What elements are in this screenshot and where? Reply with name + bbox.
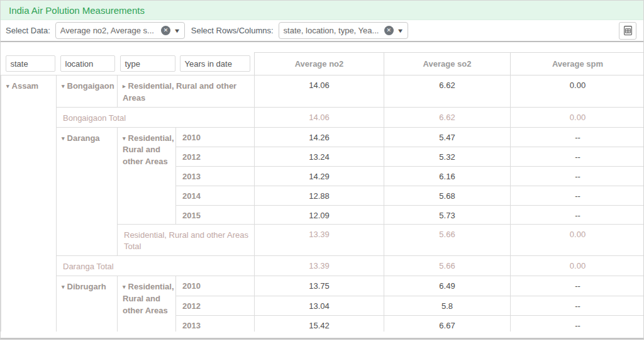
select-rows-columns-combobox[interactable]: state, location, type, Yea... ✕ ▼ xyxy=(279,22,408,39)
row-header-year[interactable]: 2010 xyxy=(176,276,255,296)
row-header-year[interactable]: 2014 xyxy=(176,186,255,205)
column-header-average-so2[interactable]: Average so2 xyxy=(384,53,511,75)
collapse-icon[interactable]: ▾ xyxy=(123,135,126,142)
total-label: Daranga Total xyxy=(57,256,255,276)
select-rows-columns-value: state, location, type, Yea... xyxy=(284,26,380,35)
collapse-icon[interactable]: ▾ xyxy=(62,284,65,290)
value-cell: -- xyxy=(511,147,644,166)
pivot-widget: India Air Polution Measurements Select D… xyxy=(0,0,644,340)
field-cell-state: state xyxy=(1,53,57,75)
select-data-label: Select Data: xyxy=(6,26,50,35)
row-label: Assam xyxy=(12,81,39,91)
total-row: Daranga Total 13.39 5.66 0.00 xyxy=(1,256,644,276)
collapse-icon[interactable]: ▾ xyxy=(6,83,9,89)
row-header-location-dibrugarh[interactable]: ▾Dibrugarh xyxy=(57,276,118,332)
value-cell: 13.39 xyxy=(255,224,384,256)
clear-icon[interactable]: ✕ xyxy=(384,26,394,35)
value-cell: 14.06 xyxy=(255,107,384,127)
table-row: ▾Assam ▾Bongaigaon ▸Residential, Rural a… xyxy=(1,75,644,108)
title-bar: India Air Polution Measurements xyxy=(1,1,643,20)
select-data-value: Average no2, Average s... xyxy=(60,26,157,35)
value-cell: 0.00 xyxy=(511,256,644,276)
toolbar: Select Data: Average no2, Average s... ✕… xyxy=(1,20,643,42)
value-cell: 0.00 xyxy=(511,75,644,108)
row-label: Daranga xyxy=(67,133,100,143)
table-row: ▾Daranga ▾Residential, Rural and other A… xyxy=(1,127,644,147)
row-header-location-bongaigaon[interactable]: ▾Bongaigaon xyxy=(57,75,118,108)
value-cell: 5.8 xyxy=(384,296,511,316)
export-xlsx-button[interactable] xyxy=(619,22,636,40)
row-label: Residential, Rural and other Areas xyxy=(123,282,174,315)
value-cell: 0.00 xyxy=(511,107,644,127)
value-cell: 13.04 xyxy=(255,296,384,316)
chevron-down-icon[interactable]: ▼ xyxy=(396,28,404,34)
value-cell: 0.00 xyxy=(511,224,644,256)
page-title: India Air Polution Measurements xyxy=(9,5,145,16)
value-cell: 12.88 xyxy=(255,186,384,205)
field-cell-years: Years in date xyxy=(176,53,255,75)
value-cell: 13.75 xyxy=(255,276,384,296)
row-header-year[interactable]: 2013 xyxy=(176,166,255,186)
value-cell: 5.66 xyxy=(384,256,511,276)
clear-glyph: ✕ xyxy=(386,28,391,33)
value-cell: 6.62 xyxy=(384,75,511,108)
column-header-average-spm[interactable]: Average spm xyxy=(511,53,644,75)
total-label: Residential, Rural and other Areas Total xyxy=(118,224,255,256)
select-rows-columns-label: Select Rows/Columns: xyxy=(191,26,274,35)
row-header-location-daranga[interactable]: ▾Daranga xyxy=(57,127,118,256)
row-label: Bongaigaon xyxy=(67,81,114,91)
pivot-table: state location type Years in date Averag… xyxy=(1,52,643,332)
value-cell: 6.16 xyxy=(384,166,511,186)
value-cell: -- xyxy=(511,186,644,205)
row-header-type[interactable]: ▾Residential, Rural and other Areas xyxy=(118,276,176,332)
value-cell: 5.32 xyxy=(384,147,511,166)
row-header-year[interactable]: 2010 xyxy=(176,127,255,147)
value-cell: -- xyxy=(511,316,644,332)
value-cell: 15.42 xyxy=(255,316,384,332)
value-cell: 14.26 xyxy=(255,127,384,147)
expand-icon[interactable]: ▸ xyxy=(123,83,126,89)
field-state[interactable]: state xyxy=(6,55,55,72)
value-cell: -- xyxy=(511,296,644,316)
clear-icon[interactable]: ✕ xyxy=(161,26,170,35)
value-cell: 13.24 xyxy=(255,147,384,166)
value-cell: 5.66 xyxy=(384,224,511,256)
row-label: Residential, Rural and other Areas xyxy=(123,133,174,167)
field-cell-location: location xyxy=(57,53,118,75)
value-cell: 6.49 xyxy=(384,276,511,296)
row-header-type[interactable]: ▸Residential, Rural and other Areas xyxy=(118,75,255,108)
value-cell: -- xyxy=(511,166,644,186)
field-header-row: state location type Years in date Averag… xyxy=(1,53,644,75)
chevron-down-icon[interactable]: ▼ xyxy=(174,28,181,34)
field-years-label: Years in date xyxy=(185,59,232,69)
row-header-state-assam[interactable]: ▾Assam xyxy=(1,75,57,332)
field-location[interactable]: location xyxy=(60,55,115,72)
field-type-label: type xyxy=(125,59,141,69)
value-cell: 13.39 xyxy=(255,256,384,276)
row-header-year[interactable]: 2013 xyxy=(176,316,255,332)
value-cell: 5.73 xyxy=(384,205,511,224)
field-years-in-date[interactable]: Years in date xyxy=(180,55,250,72)
row-header-year[interactable]: 2012 xyxy=(176,147,255,166)
row-header-type[interactable]: ▾Residential, Rural and other Areas xyxy=(118,127,176,224)
field-type[interactable]: type xyxy=(120,55,175,72)
select-data-combobox[interactable]: Average no2, Average s... ✕ ▼ xyxy=(55,22,185,39)
collapse-icon[interactable]: ▾ xyxy=(62,83,65,89)
export-xlsx-icon xyxy=(623,25,633,36)
value-cell: -- xyxy=(511,127,644,147)
row-header-year[interactable]: 2012 xyxy=(176,296,255,316)
collapse-icon[interactable]: ▾ xyxy=(123,284,126,290)
collapse-icon[interactable]: ▾ xyxy=(62,135,65,142)
value-cell: 14.29 xyxy=(255,166,384,186)
field-cell-type: type xyxy=(118,53,176,75)
value-cell: 5.47 xyxy=(384,127,511,147)
column-header-average-no2[interactable]: Average no2 xyxy=(255,53,384,75)
field-location-label: location xyxy=(65,59,94,69)
table-row: ▾Dibrugarh ▾Residential, Rural and other… xyxy=(1,276,644,296)
value-cell: -- xyxy=(511,205,644,224)
value-cell: 5.68 xyxy=(384,186,511,205)
row-label: Residential, Rural and other Areas xyxy=(123,81,236,103)
value-cell: 6.62 xyxy=(384,107,511,127)
field-state-label: state xyxy=(11,59,28,69)
row-header-year[interactable]: 2015 xyxy=(176,205,255,224)
